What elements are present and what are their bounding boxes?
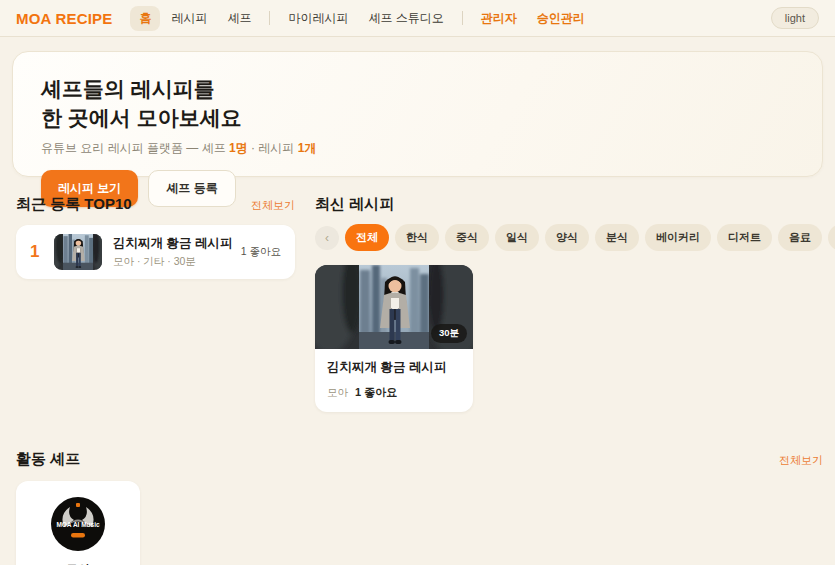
nav-divider: [462, 11, 463, 25]
recipe-title: 김치찌개 황금 레시피: [327, 359, 461, 376]
category-pill-dessert[interactable]: 디저트: [717, 224, 772, 251]
nav-item-chef-studio[interactable]: 셰프 스튜디오: [359, 6, 452, 31]
top10-section: 최근 등록 TOP10 전체보기 1 김치찌개 황금 레시피 모아 · 기타 ·…: [16, 195, 295, 412]
hero-subtitle: 유튜브 요리 레시피 플랫폼 — 셰프 1명 · 레시피 1개: [41, 140, 794, 157]
main-content: 최근 등록 TOP10 전체보기 1 김치찌개 황금 레시피 모아 · 기타 ·…: [0, 177, 835, 412]
chefs-view-all-link[interactable]: 전체보기: [779, 453, 823, 468]
recipe-meta: 모아 · 기타 · 30분: [113, 255, 230, 269]
category-pill-bakery[interactable]: 베이커리: [645, 224, 711, 251]
hero-title: 셰프들의 레시피를 한 곳에서 모아보세요: [41, 74, 794, 133]
recipe-image: 30분: [315, 265, 473, 349]
recipe-card[interactable]: 30분 김치찌개 황금 레시피 모아 1 좋아요: [315, 265, 473, 412]
chevron-left-icon[interactable]: ‹: [315, 226, 339, 250]
nav-divider: [269, 11, 270, 25]
top-navbar: MOA RECIPE 홈 레시피 셰프 마이레시피 셰프 스튜디오 관리자 승인…: [0, 0, 835, 37]
category-pill-western[interactable]: 양식: [545, 224, 589, 251]
hero-subtitle-text: · 레시피: [248, 141, 298, 155]
nav-item-home[interactable]: 홈: [130, 6, 160, 31]
chef-name: 모아: [327, 386, 348, 400]
chef-card[interactable]: MOA AI Music 모아 레시피 1개 · 기타: [16, 481, 140, 565]
category-pill-all[interactable]: 전체: [345, 224, 389, 251]
top10-title: 최근 등록 TOP10: [16, 195, 132, 214]
nav-item-recipes[interactable]: 레시피: [162, 6, 216, 31]
category-filter-row: ‹ 전체 한식 중식 일식 양식 분식 베이커리 디저트 음료 반찬 기타 ›: [315, 224, 835, 251]
latest-title: 최신 레시피: [315, 195, 394, 214]
duration-badge: 30분: [431, 324, 467, 343]
theme-toggle-button[interactable]: light: [771, 7, 819, 29]
top10-view-all-link[interactable]: 전체보기: [251, 198, 295, 213]
hero-subtitle-text: 유튜브 요리 레시피 플랫폼 — 셰프: [41, 141, 229, 155]
hero-recipe-count: 1개: [298, 141, 317, 155]
chef-name: 모아: [26, 561, 130, 565]
chefs-title: 활동 셰프: [16, 450, 80, 469]
recipe-title: 김치찌개 황금 레시피: [113, 235, 230, 252]
top10-item-text: 김치찌개 황금 레시피 모아 · 기타 · 30분: [113, 235, 230, 269]
recipe-card-body: 김치찌개 황금 레시피 모아 1 좋아요: [315, 349, 473, 412]
category-pill-japanese[interactable]: 일식: [495, 224, 539, 251]
app-logo[interactable]: MOA RECIPE: [16, 10, 112, 27]
hero-chef-count: 1명: [229, 141, 248, 155]
main-nav: 홈 레시피 셰프 마이레시피 셰프 스튜디오 관리자 승인관리: [130, 6, 593, 31]
latest-recipes-section: 최신 레시피 전체보기 ‹ 전체 한식 중식 일식 양식 분식 베이커리 디저트…: [315, 195, 835, 412]
recipe-thumbnail: [54, 234, 102, 270]
category-pill-drink[interactable]: 음료: [778, 224, 822, 251]
chef-avatar: MOA AI Music: [50, 496, 106, 552]
category-pill-sidedish[interactable]: 반찬: [828, 224, 835, 251]
nav-item-chefs[interactable]: 셰프: [218, 6, 260, 31]
hero-title-line1: 셰프들의 레시피를: [41, 74, 794, 103]
rank-badge: 1: [30, 242, 43, 262]
avatar-text: MOA AI Music: [56, 521, 100, 528]
likes-count: 1 좋아요: [241, 245, 281, 259]
nav-item-approval[interactable]: 승인관리: [528, 6, 594, 31]
nav-item-my-recipes[interactable]: 마이레시피: [279, 6, 357, 31]
active-chefs-section: 활동 셰프 전체보기 MOA AI Music 모아 레시피 1개 · 기타: [0, 450, 835, 565]
hero-banner: 셰프들의 레시피를 한 곳에서 모아보세요 유튜브 요리 레시피 플랫폼 — 셰…: [12, 51, 823, 177]
category-pill-korean[interactable]: 한식: [395, 224, 439, 251]
hero-title-line2: 한 곳에서 모아보세요: [41, 103, 794, 132]
category-pill-snack[interactable]: 분식: [595, 224, 639, 251]
nav-item-admin[interactable]: 관리자: [472, 6, 526, 31]
category-pill-chinese[interactable]: 중식: [445, 224, 489, 251]
likes-count: 1 좋아요: [355, 385, 397, 400]
top10-list-item[interactable]: 1 김치찌개 황금 레시피 모아 · 기타 · 30분 1 좋아요: [16, 225, 295, 279]
